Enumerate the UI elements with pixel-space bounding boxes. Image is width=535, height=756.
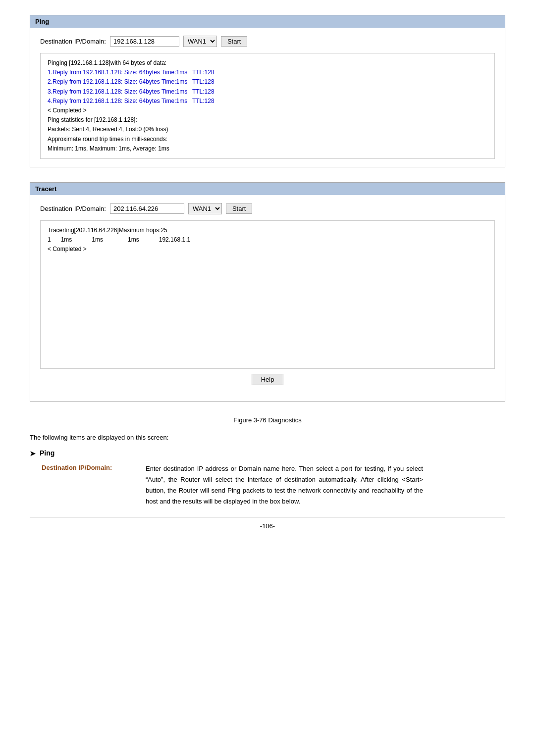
tracert-hop-ms3: 1ms: [128, 235, 139, 245]
ping-reply-3: 3.Reply from 192.168.1.128: Size: 64byte…: [48, 87, 487, 97]
ping-panel-header: Ping: [30, 15, 505, 28]
ping-panel: Ping Destination IP/Domain: WAN1 Start P…: [30, 15, 505, 167]
tracert-header: Tracerting[202.116.64.226]Maximum hops:2…: [48, 226, 487, 235]
ping-wan-select[interactable]: WAN1: [183, 36, 217, 47]
ping-dest-input[interactable]: [110, 36, 179, 47]
ping-stats-approx: Approximate round trip times in milli-se…: [48, 135, 487, 144]
tracert-hop-row: 1 1ms 1ms 1ms 192.168.1.1: [48, 235, 487, 245]
ping-output-box: Pinging [192.168.1.128]with 64 bytes of …: [40, 53, 495, 159]
ping-dest-desc: Destination IP/Domain: Enter destination…: [42, 463, 505, 507]
ping-stats-packets: Packets: Sent:4, Received:4, Lost:0 (0% …: [48, 125, 487, 134]
ping-start-button[interactable]: Start: [221, 36, 247, 47]
tracert-hop-number: 1: [48, 235, 51, 245]
ping-reply-4: 4.Reply from 192.168.1.128: Size: 64byte…: [48, 97, 487, 106]
tracert-panel-body: Destination IP/Domain: WAN1 Start Tracer…: [30, 195, 505, 401]
ping-title: Ping: [35, 18, 49, 25]
page-number: -106-: [30, 522, 505, 530]
tracert-panel: Tracert Destination IP/Domain: WAN1 Star…: [30, 182, 505, 402]
tracert-title: Tracert: [35, 185, 56, 193]
ping-line1: Pinging [192.168.1.128]with 64 bytes of …: [48, 58, 487, 68]
tracert-hop-ip: 192.168.1.1: [159, 235, 190, 245]
tracert-completed: < Completed >: [48, 245, 487, 254]
tracert-dest-row: Destination IP/Domain: WAN1 Start: [40, 203, 495, 214]
ping-stats-header: Ping statistics for [192.168.1.128]:: [48, 115, 487, 125]
ping-panel-body: Destination IP/Domain: WAN1 Start Pingin…: [30, 28, 505, 167]
tracert-dest-input[interactable]: [110, 203, 184, 214]
tracert-start-button[interactable]: Start: [226, 203, 252, 214]
ping-reply-2: 2.Reply from 192.168.1.128: Size: 64byte…: [48, 77, 487, 87]
ping-dest-label: Destination IP/Domain:: [40, 38, 106, 45]
tracert-wan-select[interactable]: WAN1: [188, 203, 222, 214]
ping-dest-term: Destination IP/Domain:: [42, 463, 146, 507]
ping-section-heading: ➤ Ping: [30, 449, 505, 457]
ping-section-title: Ping: [40, 449, 54, 457]
ping-dest-row: Destination IP/Domain: WAN1 Start: [40, 36, 495, 47]
tracert-hop-ms1: 1ms: [61, 235, 72, 245]
description-intro: The following items are displayed on thi…: [30, 434, 505, 441]
tracert-panel-header: Tracert: [30, 183, 505, 195]
ping-stats-minmax: Minimum: 1ms, Maximum: 1ms, Average: 1ms: [48, 144, 487, 153]
figure-caption: Figure 3-76 Diagnostics: [30, 416, 505, 424]
tracert-hop-ms2: 1ms: [92, 235, 103, 245]
tracert-dest-label: Destination IP/Domain:: [40, 205, 106, 212]
ping-reply-1: 1.Reply from 192.168.1.128: Size: 64byte…: [48, 68, 487, 77]
help-button[interactable]: Help: [252, 374, 284, 385]
tracert-output-box: Tracerting[202.116.64.226]Maximum hops:2…: [40, 220, 495, 369]
ping-dest-definition: Enter destination IP address or Domain n…: [146, 463, 423, 507]
ping-completed: < Completed >: [48, 106, 487, 115]
ping-arrow-icon: ➤: [30, 450, 36, 457]
help-area: Help: [40, 369, 495, 393]
bottom-rule: [30, 517, 505, 517]
